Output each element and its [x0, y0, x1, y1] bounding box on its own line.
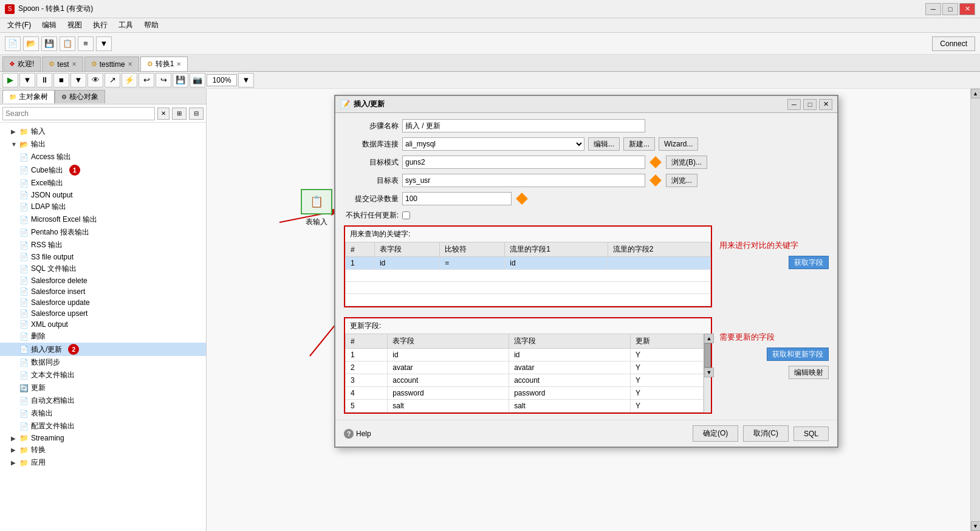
tab-test-close[interactable]: ✕ [72, 61, 77, 67]
tree-item-text-output[interactable]: 📄 文本文件输出 [0, 369, 206, 382]
target-table-input[interactable] [402, 174, 645, 187]
tree-item-config-output[interactable]: 📄 配置文件输出 [0, 420, 206, 433]
db-wizard-button[interactable]: Wizard... [659, 137, 698, 151]
tab-transform1-close[interactable]: ✕ [176, 61, 181, 67]
cancel-button[interactable]: 取消(C) [743, 425, 789, 442]
commit-size-input[interactable] [402, 192, 512, 205]
update-row-4[interactable]: 4 password password Y [346, 387, 704, 400]
target-schema-input[interactable] [402, 156, 645, 169]
keyword-row-1[interactable]: 1 id = id [346, 257, 711, 270]
dialog-max-button[interactable]: □ [803, 99, 817, 110]
menu-run[interactable]: 执行 [88, 19, 112, 32]
tree-item-xml-output[interactable]: 📄 XML output [0, 319, 206, 330]
menu-help[interactable]: 帮助 [139, 19, 163, 32]
help-button[interactable]: ? Help [344, 429, 371, 439]
right-scroll-down[interactable]: ▼ [971, 521, 981, 531]
browse-table-button[interactable]: 浏览... [666, 174, 697, 187]
pause-button[interactable]: ⏸ [36, 73, 52, 87]
table-input-box[interactable]: 📋 [301, 189, 332, 214]
tree-item-update[interactable]: 🔄 更新 [0, 382, 206, 394]
maximize-button[interactable]: □ [942, 3, 958, 15]
new-button[interactable]: 📄 [5, 36, 21, 51]
tree-item-delete[interactable]: 📄 删除 [0, 330, 206, 343]
save-button[interactable]: 💾 [41, 36, 57, 51]
db-new-button[interactable]: 新建... [623, 137, 655, 151]
tab-welcome[interactable]: ❖ 欢迎! [2, 57, 41, 71]
dialog-min-button[interactable]: ─ [787, 99, 801, 110]
sql-button[interactable]: SQL [793, 427, 829, 441]
tree-item-excel-output[interactable]: 📄 Excel输出 [0, 177, 206, 190]
get-fields-button[interactable]: 获取字段 [789, 256, 829, 269]
tree-item-access-output[interactable]: 📄 Access 输出 [0, 151, 206, 163]
update-table-scrollbar[interactable]: ▲ ▼ [704, 334, 711, 413]
dropdown-button[interactable]: ▼ [96, 36, 112, 51]
tree-item-streaming-folder[interactable]: ▶ 📁 Streaming [0, 433, 206, 444]
menu-tools[interactable]: 工具 [114, 19, 138, 32]
zoom-dropdown[interactable]: ▼ [238, 73, 254, 87]
scroll-up-arrow[interactable]: ▲ [704, 334, 714, 343]
tree-item-app-folder[interactable]: ▶ 📁 应用 [0, 456, 206, 469]
tree-item-sf-update[interactable]: 📄 Salesforce update [0, 297, 206, 308]
panel-tab-main-tree[interactable]: 📁 主对象树 [2, 90, 55, 103]
tree-item-pentaho-output[interactable]: 📄 Pentaho 报表输出 [0, 226, 206, 239]
tree-item-sql-output[interactable]: 📄 SQL 文件输出 [0, 262, 206, 275]
run-button[interactable]: ▶ [2, 73, 18, 87]
panel-tab-core-objects[interactable]: ⚙ 核心对象 [55, 90, 105, 103]
tree-item-rss-output[interactable]: 📄 RSS 输出 [0, 239, 206, 252]
scroll-down-arrow[interactable]: ▼ [704, 368, 714, 377]
run-dropdown[interactable]: ▼ [19, 73, 35, 87]
search-clear-button[interactable]: ✕ [157, 108, 170, 120]
open-button[interactable]: 📂 [23, 36, 39, 51]
zoom-input[interactable] [207, 74, 237, 86]
snapshot-button[interactable]: 📷 [190, 73, 205, 87]
tree-item-transform-folder[interactable]: ▶ 📁 转换 [0, 444, 206, 456]
save-run-button[interactable]: 💾 [173, 73, 188, 87]
right-scroll-up[interactable]: ▲ [971, 89, 981, 98]
preview-button[interactable]: 👁 [87, 73, 103, 87]
minimize-button[interactable]: ─ [925, 3, 941, 15]
tree-item-msexcel-output[interactable]: 📄 Microsoft Excel 输出 [0, 213, 206, 226]
canvas-area[interactable]: 3 📋 表输入 📝 插入/更新 📝 插入/更新 [207, 89, 970, 531]
tree-item-s3-output[interactable]: 📄 S3 file output [0, 252, 206, 262]
scroll-thumb[interactable] [704, 343, 711, 368]
browse-schema-button[interactable]: 浏览(B)... [666, 156, 707, 169]
update-row-3[interactable]: 3 account account Y [346, 374, 704, 387]
tree-item-sf-insert[interactable]: 📄 Salesforce insert [0, 286, 206, 297]
update-row-2[interactable]: 2 avatar avatar Y [346, 361, 704, 374]
step-name-input[interactable] [402, 119, 645, 132]
search-collapse-button[interactable]: ⊟ [189, 108, 204, 120]
layers-button[interactable]: ≡ [78, 36, 94, 51]
fast-button[interactable]: ⚡ [122, 73, 137, 87]
saveas-button[interactable]: 📋 [60, 36, 75, 51]
tree-item-cube-output[interactable]: 📄 Cube输出 1 [0, 163, 206, 177]
menu-edit[interactable]: 编辑 [37, 19, 61, 32]
connect-button[interactable]: Connect [932, 36, 975, 51]
dialog-close-button[interactable]: ✕ [819, 99, 832, 110]
search-input[interactable] [2, 107, 155, 120]
tab-test[interactable]: ⚙ test ✕ [42, 57, 83, 71]
menu-view[interactable]: 视图 [63, 19, 87, 32]
update-row-5[interactable]: 5 salt salt Y [346, 400, 704, 413]
forward-button[interactable]: ↪ [156, 73, 171, 87]
update-row-1[interactable]: 1 id id Y [346, 349, 704, 361]
search-expand-button[interactable]: ⊞ [172, 108, 187, 120]
step-button[interactable]: ↗ [105, 73, 120, 87]
db-edit-button[interactable]: 编辑... [588, 137, 620, 151]
no-update-checkbox[interactable] [402, 211, 410, 219]
tab-testtime[interactable]: ⚙ testtime ✕ [84, 57, 139, 71]
tree-item-table-output[interactable]: 📄 表输出 [0, 407, 206, 420]
tab-transform1[interactable]: ⚙ 转换1 ✕ [140, 57, 188, 71]
tree-item-insert-update[interactable]: 📄 插入/更新 2 [0, 343, 206, 356]
tree-item-output-folder[interactable]: ▼ 📂 输出 [0, 138, 206, 151]
db-connection-select[interactable]: ali_mysql [402, 137, 584, 151]
tree-item-sf-upsert[interactable]: 📄 Salesforce upsert [0, 308, 206, 319]
menu-file[interactable]: 文件(F) [2, 19, 36, 32]
tree-item-sf-delete[interactable]: 📄 Salesforce delete [0, 275, 206, 286]
tree-item-auto-doc[interactable]: 📄 自动文档输出 [0, 394, 206, 407]
tab-testtime-close[interactable]: ✕ [128, 61, 132, 67]
tree-item-datasync[interactable]: 📄 数据同步 [0, 356, 206, 369]
tree-item-input-folder[interactable]: ▶ 📁 输入 [0, 125, 206, 138]
get-update-fields-button[interactable]: 获取和更新字段 [767, 348, 829, 361]
tree-item-json-output[interactable]: 📄 JSON output [0, 190, 206, 200]
confirm-button[interactable]: 确定(O) [693, 425, 738, 442]
